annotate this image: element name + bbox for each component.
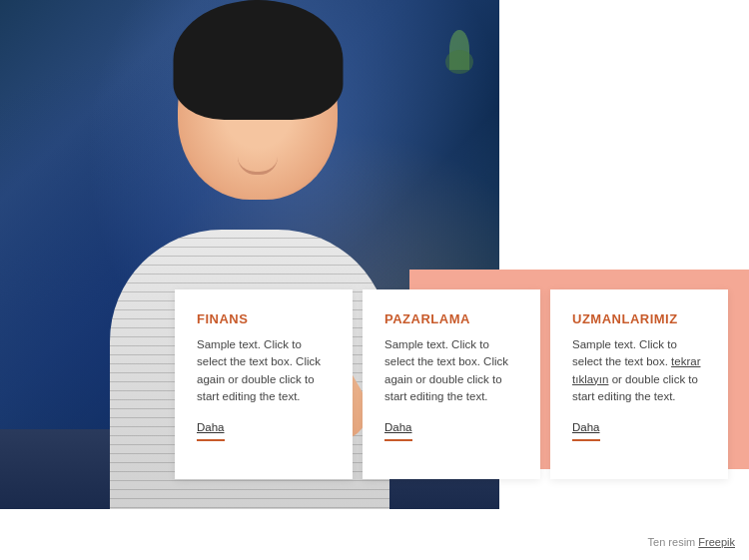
attribution-link[interactable]: Freepik: [698, 536, 735, 548]
finans-card-link[interactable]: Daha: [197, 421, 225, 433]
uzmanlarimiz-card-text: Sample text. Click to select the text bo…: [572, 336, 706, 405]
finans-card-link-underline: [197, 439, 225, 441]
attribution-prefix: Ten resim: [648, 536, 696, 548]
pazarlama-card-link-underline: [384, 439, 412, 441]
pazarlama-card-link[interactable]: Daha: [384, 421, 412, 433]
cards-container: FINANS Sample text. Click to select the …: [175, 289, 738, 479]
finans-card-title: FINANS: [197, 311, 331, 326]
uzmanlarimiz-text-part1: Sample text. Click to select the text bo…: [572, 338, 677, 367]
pazarlama-card-text: Sample text. Click to select the text bo…: [384, 336, 518, 405]
uzmanlarimiz-card-title: UZMANLARIMIZ: [572, 311, 706, 326]
finans-card: FINANS Sample text. Click to select the …: [175, 289, 353, 479]
attribution: Ten resim Freepik: [648, 536, 735, 548]
uzmanlarimiz-card-link[interactable]: Daha: [572, 421, 600, 433]
uzmanlarimiz-card: UZMANLARIMIZ Sample text. Click to selec…: [550, 289, 728, 479]
person-hair: [174, 0, 344, 120]
finans-card-text: Sample text. Click to select the text bo…: [197, 336, 331, 405]
pazarlama-card-title: PAZARLAMA: [384, 311, 518, 326]
pazarlama-card: PAZARLAMA Sample text. Click to select t…: [363, 289, 540, 479]
uzmanlarimiz-card-link-underline: [572, 439, 600, 441]
